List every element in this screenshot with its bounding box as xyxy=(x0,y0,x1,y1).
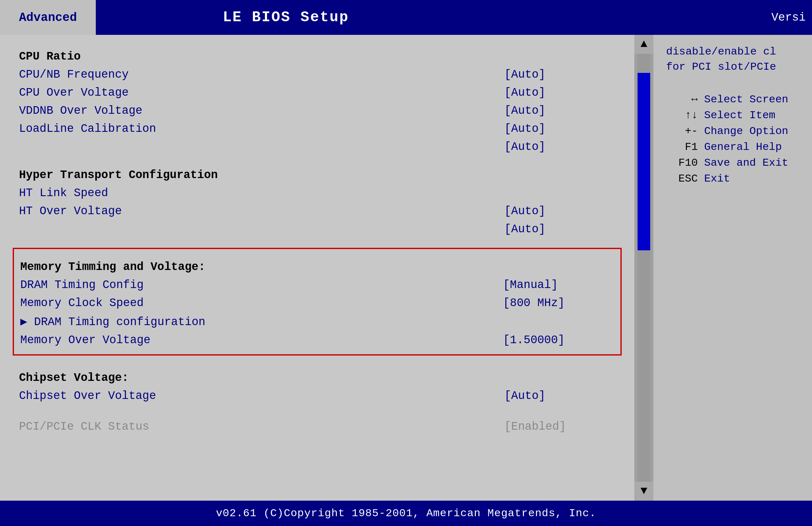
tab-label: Advanced xyxy=(19,11,77,25)
chipset-over-voltage-item[interactable]: Chipset Over Voltage [Auto] xyxy=(19,387,615,405)
main-area: CPU Ratio CPU/NB Frequency [Auto] CPU Ov… xyxy=(0,35,812,501)
header-bar: Advanced LE BIOS Setup Versi xyxy=(0,0,812,35)
key-row-f10: F10 Save and Exit xyxy=(666,157,799,169)
ht-link-speed-label: HT Link Speed xyxy=(19,186,108,200)
key-arrows-ud: ↑↓ xyxy=(666,109,698,121)
memory-over-voltage-label: Memory Over Voltage xyxy=(20,334,150,347)
key-esc: ESC xyxy=(666,173,698,185)
bios-title: LE BIOS Setup xyxy=(96,0,771,35)
key-change-option-desc: Change Option xyxy=(704,125,788,137)
ht-extra-item: [Auto] xyxy=(19,220,615,238)
key-row-select-item: ↑↓ Select Item xyxy=(666,109,799,121)
key-row-change-option: +- Change Option xyxy=(666,125,799,137)
ht-link-speed-item[interactable]: HT Link Speed xyxy=(19,184,615,202)
info-panel: disable/enable cl for PCI slot/PCIe ↔ Se… xyxy=(653,35,812,501)
version-text: Versi xyxy=(771,0,812,35)
key-row-f1: F1 General Help xyxy=(666,141,799,153)
scroll-track xyxy=(638,54,650,482)
dram-timing-config-label: DRAM Timing Config xyxy=(20,279,144,291)
memory-over-voltage-item[interactable]: Memory Over Voltage [1.50000] xyxy=(20,331,614,349)
memory-over-voltage-value: [1.50000] xyxy=(503,334,614,347)
loadline-item[interactable]: LoadLine Calibration [Auto] xyxy=(19,120,615,138)
cpu-ratio-label: CPU Ratio xyxy=(19,50,81,63)
ht-extra-value: [Auto] xyxy=(504,223,615,236)
cpu-over-voltage-value: [Auto] xyxy=(504,86,615,99)
vddnb-item[interactable]: VDDNB Over Voltage [Auto] xyxy=(19,102,615,120)
key-f10: F10 xyxy=(666,157,698,169)
cpu-over-voltage-label: CPU Over Voltage xyxy=(19,86,129,99)
dram-timing-config-sub-item[interactable]: ▶ DRAM Timing configuration xyxy=(20,312,614,331)
chipset-section-header: Chipset Voltage: xyxy=(19,365,615,387)
scroll-thumb xyxy=(638,73,650,250)
key-esc-desc: Exit xyxy=(704,173,730,185)
cpu-ratio-item[interactable]: CPU Ratio xyxy=(19,47,615,65)
pci-clk-status-label: PCI/PCIe CLK Status xyxy=(19,420,149,433)
advanced-tab[interactable]: Advanced xyxy=(0,0,96,35)
key-plus-minus: +- xyxy=(666,125,698,137)
dram-timing-config-value: [Manual] xyxy=(503,279,614,291)
scrollbar[interactable]: ▲ ▼ xyxy=(634,35,653,501)
key-arrows-lr: ↔ xyxy=(666,93,698,106)
dram-timing-config-item[interactable]: DRAM Timing Config [Manual] xyxy=(20,276,614,294)
pci-clk-status-value: [Enabled] xyxy=(504,420,615,433)
memory-clock-speed-item[interactable]: Memory Clock Speed [800 MHz] xyxy=(20,294,614,312)
menu-content: CPU Ratio CPU/NB Frequency [Auto] CPU Ov… xyxy=(0,35,634,501)
footer-bar: v02.61 (C)Copyright 1985-2001, American … xyxy=(0,501,812,526)
loadline-label: LoadLine Calibration xyxy=(19,122,156,135)
chipset-over-voltage-value: [Auto] xyxy=(504,389,615,402)
scroll-down-arrow[interactable]: ▼ xyxy=(634,482,653,501)
ht-over-voltage-item[interactable]: HT Over Voltage [Auto] xyxy=(19,202,615,220)
vddnb-label: VDDNB Over Voltage xyxy=(19,104,142,117)
footer-text: v02.61 (C)Copyright 1985-2001, American … xyxy=(216,507,596,519)
cpu-nb-freq-item[interactable]: CPU/NB Frequency [Auto] xyxy=(19,65,615,84)
cpu-nb-freq-label: CPU/NB Frequency xyxy=(19,68,129,81)
cpu-over-voltage-item[interactable]: CPU Over Voltage [Auto] xyxy=(19,84,615,102)
ht-over-voltage-label: HT Over Voltage xyxy=(19,205,122,218)
help-description: disable/enable cl for PCI slot/PCIe xyxy=(666,44,799,74)
key-select-item-desc: Select Item xyxy=(704,109,775,121)
loadline-value: [Auto] xyxy=(504,122,615,135)
keyboard-help: ↔ Select Screen ↑↓ Select Item +- Change… xyxy=(666,93,799,185)
memory-clock-speed-value: [800 MHz] xyxy=(503,297,614,310)
key-f10-desc: Save and Exit xyxy=(704,157,788,169)
ht-section-header: Hyper Transport Configuration xyxy=(19,162,615,184)
key-row-esc: ESC Exit xyxy=(666,173,799,185)
key-select-screen-desc: Select Screen xyxy=(704,93,788,106)
memory-clock-speed-label: Memory Clock Speed xyxy=(20,297,144,310)
right-panels: ▲ ▼ disable/enable cl for PCI slot/PCIe … xyxy=(634,35,812,501)
loadline-extra-item: [Auto] xyxy=(19,138,615,156)
chipset-over-voltage-label: Chipset Over Voltage xyxy=(19,389,156,402)
pci-clk-status-item[interactable]: PCI/PCIe CLK Status [Enabled] xyxy=(19,418,615,436)
vddnb-value: [Auto] xyxy=(504,104,615,117)
key-f1-desc: General Help xyxy=(704,141,782,153)
dram-timing-config-sub-label: ▶ DRAM Timing configuration xyxy=(20,315,205,329)
ht-over-voltage-value: [Auto] xyxy=(504,205,615,218)
memory-section: Memory Timming and Voltage: DRAM Timing … xyxy=(13,248,622,356)
key-f1: F1 xyxy=(666,141,698,153)
key-row-select-screen: ↔ Select Screen xyxy=(666,93,799,106)
loadline-extra-value: [Auto] xyxy=(504,140,615,153)
memory-section-header: Memory Timming and Voltage: xyxy=(20,254,614,276)
bios-screen: Advanced LE BIOS Setup Versi CPU Ratio C… xyxy=(0,0,812,526)
cpu-nb-freq-value: [Auto] xyxy=(504,68,615,81)
title-text: LE BIOS Setup xyxy=(223,9,349,26)
scroll-up-arrow[interactable]: ▲ xyxy=(634,35,653,54)
